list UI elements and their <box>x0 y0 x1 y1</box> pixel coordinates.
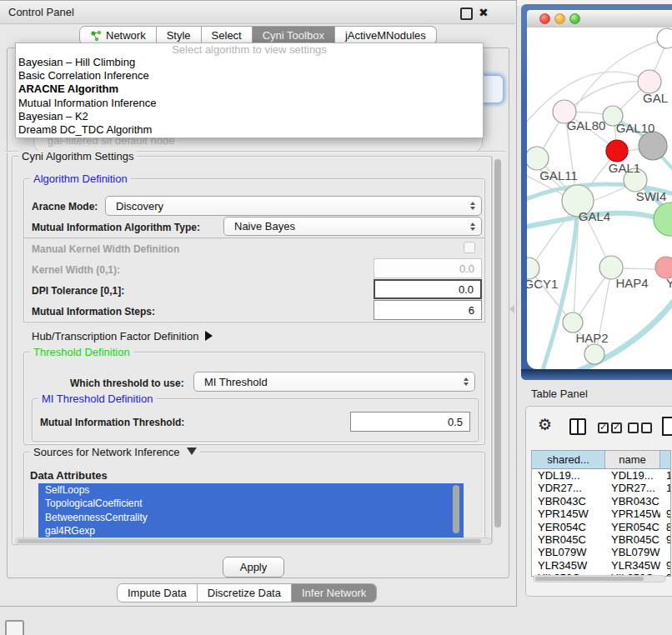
table-cell: YER054C <box>532 521 605 533</box>
data-attributes-list[interactable]: SelfLoopsTopologicalCoefficientBetweenne… <box>38 483 464 538</box>
which-threshold-combo[interactable]: MI Threshold <box>193 372 475 392</box>
kernel-width-field <box>374 258 482 278</box>
list-vertical-scrollbar[interactable] <box>453 485 459 533</box>
minimized-panel-icon[interactable] <box>5 620 24 635</box>
network-node-gal1[interactable] <box>606 140 628 162</box>
mac-zoom-button[interactable] <box>569 13 580 24</box>
control-panel-titlebar[interactable]: Control Panel ✖ <box>0 1 515 24</box>
network-node[interactable] <box>584 344 604 364</box>
mi-steps-label: Mutual Information Steps: <box>32 306 155 318</box>
network-node-hap2[interactable] <box>563 312 583 332</box>
table-cell <box>660 546 671 558</box>
node-label: GAL11 <box>539 168 578 182</box>
scrollbar-thumb[interactable] <box>535 577 644 581</box>
settings-horizontal-scrollbar[interactable] <box>15 538 492 545</box>
hub-section-toggle[interactable]: Hub/Transcription Factor Definition <box>32 330 213 342</box>
algorithm-option[interactable]: Bayesian – Hill Climbing <box>16 56 483 69</box>
table-row[interactable]: YBL079WYBL079W <box>532 546 670 558</box>
table-cell: YDR27... <box>532 482 605 494</box>
column-header-name[interactable]: name <box>605 451 660 469</box>
settings-vertical-scrollbar[interactable] <box>492 156 502 543</box>
table-cell: 9. <box>660 508 671 520</box>
scrollbar-thumb[interactable] <box>18 539 481 543</box>
network-canvas[interactable]: GALGAL80GAL10GAL1GAL11SWI4GAL4GCY1HAP4YH… <box>527 28 672 369</box>
mi-type-combo[interactable]: Naive Bayes <box>223 217 482 236</box>
column-header-shared[interactable]: shared... <box>532 451 605 469</box>
columns-icon[interactable] <box>569 418 586 435</box>
panel-splitter-handle[interactable] <box>509 305 514 313</box>
mac-close-button[interactable] <box>539 13 550 24</box>
deselect-all-checkboxes-icon[interactable] <box>628 422 654 438</box>
attribute-list-item[interactable]: SelfLoops <box>38 483 464 497</box>
attribute-list-item[interactable]: gal4RGexp <box>38 524 464 538</box>
node-label: GAL4 <box>579 209 610 223</box>
table-cell: YDL19... <box>532 469 605 482</box>
table-cell <box>660 495 671 508</box>
network-node-gal11[interactable] <box>527 147 549 170</box>
tab-discretize-data[interactable]: Discretize Data <box>198 583 292 602</box>
algorithm-option[interactable]: Mutual Information Inference <box>16 97 483 110</box>
apply-button[interactable]: Apply <box>223 557 284 578</box>
column-header-a[interactable]: A <box>660 451 671 469</box>
table-cell: YER054C <box>605 521 660 533</box>
network-node[interactable] <box>639 132 667 160</box>
network-node[interactable] <box>654 202 672 236</box>
dpi-tolerance-field[interactable] <box>374 279 482 299</box>
dropdown-prompt: Select algorithm to view settings <box>16 43 483 56</box>
table-body: YDL19...YDL19...13YDR27...YDR27...12YBR0… <box>532 469 670 577</box>
network-icon <box>90 30 102 42</box>
attribute-list-item[interactable]: TopologicalCoefficient <box>38 497 464 510</box>
table-row[interactable]: YDR27...YDR27...12 <box>532 482 670 494</box>
mi-steps-field[interactable] <box>374 300 482 320</box>
tab-impute-data[interactable]: Impute Data <box>117 583 198 602</box>
float-window-icon[interactable] <box>460 8 473 20</box>
table-row[interactable]: YDL19...YDL19...13 <box>532 469 670 482</box>
data-attributes-label: Data Attributes <box>30 469 108 482</box>
algorithm-definition-title: Algorithm Definition <box>30 172 131 185</box>
algorithm-option[interactable]: ARACNE Algorithm <box>16 82 483 96</box>
threshold-definition-title: Threshold Definition <box>30 346 133 358</box>
network-node[interactable] <box>657 28 672 48</box>
attribute-list-item[interactable]: BetweennessCentrality <box>38 511 464 524</box>
table-cell: YBR043C <box>605 495 660 508</box>
network-window-titlebar[interactable] <box>527 10 672 28</box>
gear-icon[interactable]: ⚙ <box>538 416 552 434</box>
node-label: Y <box>666 276 672 290</box>
mi-threshold-field[interactable] <box>350 412 470 432</box>
algorithm-option[interactable]: Dream8 DC_TDC Algorithm <box>16 123 483 137</box>
which-threshold-label: Which threshold to use: <box>70 378 184 389</box>
network-graph[interactable]: GALGAL80GAL10GAL1GAL11SWI4GAL4GCY1HAP4YH… <box>527 28 672 369</box>
node-label: SWI4 <box>636 189 667 203</box>
node-label: HAP4 <box>615 276 648 290</box>
sources-group-toggle[interactable]: Sources for Network Inference <box>30 446 200 458</box>
algorithm-dropdown-popup: Select algorithm to view settings Bayesi… <box>15 42 484 138</box>
table-row[interactable]: YLR345WYLR345W9. <box>532 559 670 572</box>
which-threshold-value: MI Threshold <box>204 376 268 388</box>
divider <box>577 420 579 433</box>
scrollbar-thumb[interactable] <box>494 159 501 528</box>
manual-kernel-checkbox <box>464 242 475 253</box>
document-icon[interactable] <box>662 417 672 436</box>
network-node-gal[interactable] <box>638 70 661 93</box>
mi-threshold-group-title: MI Threshold Definition <box>38 392 156 405</box>
tab-label: Cyni Toolbox <box>263 29 324 42</box>
table-row[interactable]: YBR043CYBR043C <box>532 495 670 508</box>
algorithm-option[interactable]: Bayesian – K2 <box>16 110 483 123</box>
settings-group-title: Cyni Algorithm Settings <box>18 150 137 162</box>
table-cell: 9. <box>660 559 671 572</box>
table-horizontal-scrollbar[interactable] <box>533 575 666 582</box>
table-row[interactable]: YPR145WYPR145W9. <box>532 508 670 520</box>
table-row[interactable]: YBR045CYBR045C9. <box>532 533 670 546</box>
manual-kernel-label: Manual Kernel Width Definition <box>32 243 179 255</box>
table-row[interactable]: YER054CYER054C8. <box>532 521 670 533</box>
tab-infer-network[interactable]: Infer Network <box>292 583 377 602</box>
select-all-checkboxes-icon[interactable] <box>598 422 624 438</box>
aracne-mode-label: Aracne Mode: <box>32 201 98 212</box>
close-icon[interactable]: ✖ <box>479 4 489 21</box>
aracne-mode-combo[interactable]: Discovery <box>105 196 482 216</box>
mac-minimize-button[interactable] <box>554 13 565 24</box>
table-cell: YDL19... <box>605 469 660 482</box>
table-header-row: shared...nameA <box>532 451 670 469</box>
hub-section-label: Hub/Transcription Factor Definition <box>32 330 198 342</box>
algorithm-option[interactable]: Basic Correlation Inference <box>16 69 483 82</box>
